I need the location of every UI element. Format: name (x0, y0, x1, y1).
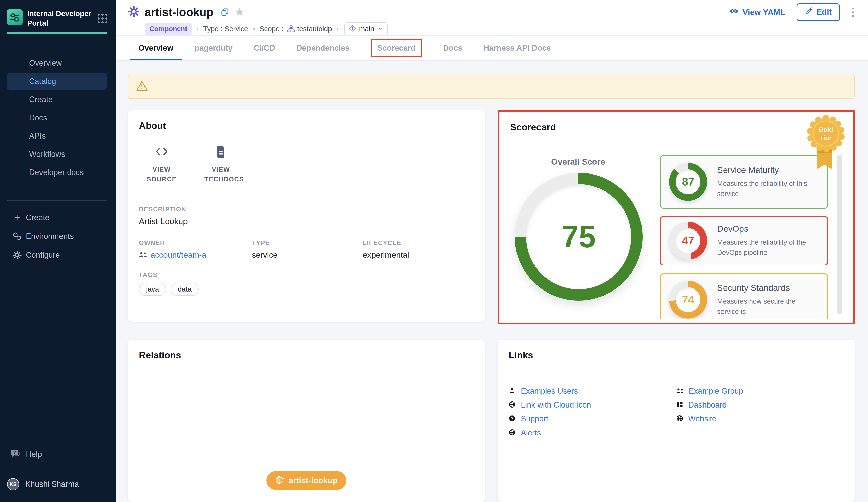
globe-icon (676, 415, 683, 423)
question-icon: ? (509, 415, 516, 423)
sidebar-create-button[interactable]: + Create (0, 208, 116, 227)
about-heading: About (139, 121, 474, 131)
metric-score: 47 (669, 222, 707, 260)
svg-text:?: ? (13, 450, 16, 455)
app-switcher-icon[interactable] (98, 14, 107, 23)
metric-gauge: 87 (669, 163, 707, 201)
sidebar-item-catalog[interactable]: Catalog (7, 73, 107, 90)
relations-node-artist-lookup[interactable]: artist-lookup (267, 471, 347, 490)
tag-chip[interactable]: java (139, 283, 166, 296)
link-website[interactable]: Website (676, 415, 844, 423)
warning-icon (136, 80, 148, 92)
star-icon[interactable] (235, 7, 245, 17)
sidebar-configure[interactable]: Configure (0, 246, 116, 264)
relations-node-label: artist-lookup (289, 476, 338, 485)
help-chat-icon: ? (10, 449, 22, 460)
dashboard-icon (676, 401, 683, 409)
avatar: KS (7, 478, 19, 490)
link-alerts[interactable]: Alerts (509, 429, 676, 436)
tab-scorecard[interactable]: Scorecard (360, 36, 433, 60)
sidebar-environments[interactable]: Environments (0, 227, 116, 246)
relations-heading: Relations (139, 350, 474, 361)
tag-chip[interactable]: data (170, 283, 199, 296)
dot-separator (192, 25, 203, 33)
sidebar-item-apis[interactable]: APIs (7, 128, 107, 144)
branch-name: main (359, 25, 374, 33)
link-support[interactable]: ? Support (509, 415, 676, 423)
link-example-group[interactable]: Example Group (676, 387, 844, 395)
annotation-highlight-box: Scorecard (371, 39, 422, 58)
entity-meta: Component Type : Service Scope : testaut… (145, 22, 868, 36)
main-area: artist-lookup View YAM (116, 0, 868, 502)
dot-separator (248, 25, 260, 33)
tab-dependencies[interactable]: Dependencies (286, 36, 360, 60)
branch-selector[interactable]: main (344, 22, 388, 36)
branch-icon (349, 25, 356, 33)
plus-icon: + (12, 212, 23, 223)
overall-score-value: 75 (515, 173, 642, 301)
view-techdocs-button[interactable]: VIEW TECHDOCS (198, 145, 244, 184)
metric-card-security-standards[interactable]: 74 Security Standards Measures how secur… (660, 273, 828, 319)
scorecard-heading: Scorecard (510, 122, 556, 133)
tags-field: TAGS java data (139, 271, 474, 296)
metric-card-devops[interactable]: 47 DevOps Measures the reliability of th… (660, 216, 828, 265)
scope-label: Scope : (260, 25, 284, 33)
sidebar-item-docs[interactable]: Docs (7, 109, 107, 126)
metric-score: 87 (669, 163, 707, 201)
page-title: artist-lookup (145, 5, 213, 19)
overall-score-gauge: 75 (515, 173, 642, 301)
view-source-button[interactable]: VIEW SOURCE (139, 145, 185, 184)
metric-title: DevOps (717, 224, 820, 234)
eye-icon (729, 7, 739, 17)
svg-text:?: ? (511, 416, 514, 420)
owner-link[interactable]: account/team-a (139, 250, 252, 260)
sidebar-item-create[interactable]: Create (7, 91, 107, 108)
copy-icon[interactable] (220, 8, 229, 17)
metric-score: 74 (669, 281, 707, 319)
sidebar-item-workflows[interactable]: Workflows (7, 146, 107, 163)
brand-title: Internal Developer Portal (27, 9, 94, 28)
pencil-icon (805, 7, 813, 17)
view-yaml-button[interactable]: View YAML (729, 7, 785, 17)
metric-gauge: 74 (669, 281, 707, 319)
hexagons-icon (12, 232, 23, 241)
app-logo-icon[interactable] (7, 9, 23, 25)
sidebar: Internal Developer Portal Overview Catal… (0, 0, 116, 502)
annotation-highlight-box: Scorecard Overall Score 75 87 Service Ma… (497, 110, 855, 324)
warning-banner (128, 74, 855, 99)
link-cloud-icon[interactable]: Link with Cloud Icon (509, 401, 676, 409)
help-button[interactable]: ? Help (0, 445, 116, 463)
doc-icon (216, 145, 226, 158)
scorecard-metric-list: 87 Service Maturity Measures the reliabi… (660, 155, 828, 319)
sidebar-item-overview[interactable]: Overview (7, 55, 107, 71)
globe-icon (509, 401, 516, 409)
overall-score-label: Overall Score (499, 157, 657, 167)
entity-tabs: Overview pagerduty CI/CD Dependencies Sc… (116, 36, 868, 61)
links-heading: Links (509, 350, 844, 361)
tab-docs[interactable]: Docs (433, 36, 473, 60)
globe-icon (509, 429, 516, 437)
metric-description: Measures the reliability of the DevOps p… (717, 237, 820, 258)
tab-overview[interactable]: Overview (128, 36, 184, 60)
metric-description: Measures the reliability of this service (717, 179, 820, 199)
sidebar-secondary-nav: + Create Environments (0, 208, 116, 264)
link-examples-users[interactable]: Examples Users (509, 387, 676, 395)
user-menu[interactable]: KS Khushi Sharma (0, 475, 116, 493)
sidebar-nav: Overview Catalog Create Docs APIs Workfl… (0, 55, 116, 182)
metric-title: Security Standards (717, 283, 820, 293)
people-icon (139, 250, 147, 260)
tab-cicd[interactable]: CI/CD (243, 36, 286, 60)
about-card: About VIEW SOURCE (128, 110, 485, 322)
tier-badge-label: Gold Tier (813, 126, 838, 142)
tab-harness-api-docs[interactable]: Harness API Docs (473, 36, 561, 60)
chevron-down-icon (377, 25, 383, 32)
description-value: Artist Lookup (139, 217, 474, 226)
link-dashboard[interactable]: Dashboard (676, 401, 844, 409)
people-icon (676, 387, 684, 395)
tab-pagerduty[interactable]: pagerduty (184, 36, 243, 60)
sidebar-divider (23, 49, 87, 49)
more-options-icon[interactable] (850, 6, 855, 19)
owner-field: OWNER account/team-a (139, 239, 252, 260)
sidebar-item-developer-docs[interactable]: Developer docs (7, 164, 107, 181)
edit-button[interactable]: Edit (797, 3, 840, 21)
